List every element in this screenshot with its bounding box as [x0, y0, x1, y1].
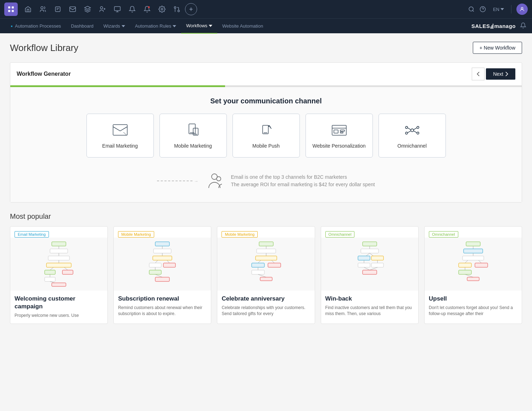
svg-rect-79 [371, 256, 383, 260]
svg-point-28 [405, 132, 408, 134]
svg-rect-21 [332, 125, 346, 135]
nav-automation-rules[interactable]: Automation Rules [130, 19, 181, 34]
svg-rect-3 [12, 10, 14, 12]
nav-settings-icon[interactable] [155, 2, 169, 16]
svg-rect-99 [467, 277, 479, 281]
svg-rect-59 [155, 277, 169, 281]
nav-dashboard[interactable]: Dashboard [66, 19, 99, 34]
svg-rect-1 [12, 6, 14, 8]
nav-monitor-icon[interactable] [111, 2, 124, 16]
svg-rect-5 [55, 7, 60, 11]
nav-badge-icon[interactable] [51, 2, 65, 16]
nav-git-icon[interactable] [170, 2, 184, 16]
channel-card-omnichannel[interactable]: Omnichannel [379, 114, 446, 158]
svg-line-66 [271, 260, 274, 263]
most-popular-title: Most popular [10, 212, 522, 221]
svg-point-27 [417, 126, 419, 129]
person-figure [205, 171, 224, 191]
svg-line-77 [370, 253, 373, 256]
svg-point-12 [174, 7, 176, 8]
new-workflow-button[interactable]: + New Workflow [473, 42, 522, 54]
svg-rect-57 [149, 270, 161, 274]
svg-point-4 [41, 7, 43, 9]
card-preview-welcoming [10, 238, 107, 291]
nav-mail-icon[interactable] [66, 2, 79, 16]
nav-users-icon[interactable] [36, 2, 50, 16]
svg-line-65 [258, 260, 261, 263]
workflow-card-winback[interactable]: Omnichannel [321, 226, 419, 324]
most-popular-section: Most popular Email Marketing [10, 212, 522, 324]
svg-rect-83 [371, 263, 383, 267]
nav-home-icon[interactable] [21, 2, 35, 16]
nav-user-plus-icon[interactable] [96, 2, 109, 16]
svg-line-71 [258, 274, 266, 277]
svg-point-10 [161, 8, 163, 10]
card-desc-welcoming: Properly welcome new users. Use [10, 313, 107, 324]
svg-rect-75 [361, 249, 379, 253]
svg-rect-47 [155, 242, 169, 246]
svg-rect-89 [464, 249, 483, 253]
svg-rect-87 [466, 242, 480, 246]
nav-bell-icon[interactable] [125, 2, 139, 16]
svg-line-92 [465, 260, 468, 263]
workflow-next-button[interactable]: Next [486, 68, 515, 80]
svg-rect-44 [45, 277, 55, 281]
svg-rect-73 [363, 242, 377, 246]
nav-layers-icon[interactable] [81, 2, 94, 16]
svg-point-25 [411, 129, 414, 132]
nav-wizards[interactable]: Wizards [99, 19, 130, 34]
svg-rect-62 [257, 249, 276, 253]
card-title-upsell: Upsell [425, 291, 522, 305]
language-selector[interactable]: EN [493, 7, 504, 12]
svg-rect-24 [340, 132, 343, 133]
search-button[interactable] [468, 6, 475, 12]
nav-website-automation[interactable]: Website Automation [217, 19, 268, 34]
workflow-prev-button[interactable] [472, 68, 485, 80]
workflow-card-anniversary[interactable]: Mobile Marketing [217, 226, 315, 324]
omnichannel-icon [404, 122, 420, 138]
card-title-winback: Win-back [321, 291, 418, 305]
svg-line-52 [155, 260, 158, 263]
svg-point-29 [417, 132, 419, 134]
svg-point-11 [178, 10, 180, 12]
website-personalization-icon [331, 122, 347, 138]
svg-rect-38 [46, 263, 71, 267]
svg-rect-32 [52, 242, 66, 246]
apps-button[interactable] [4, 2, 18, 16]
svg-rect-70 [252, 270, 264, 274]
progress-bar [10, 85, 522, 87]
dashed-arrow: → [157, 178, 198, 184]
workflow-card-welcoming[interactable]: Email Marketing [10, 226, 108, 324]
card-tag-mobile-marketing-2: Mobile Marketing [222, 231, 258, 238]
nav-workflows[interactable]: Workflows [181, 19, 217, 34]
svg-rect-94 [459, 263, 471, 267]
svg-rect-2 [8, 10, 10, 12]
nav-bell-active-icon[interactable] [140, 2, 154, 16]
card-preview-anniversary [217, 238, 314, 291]
notifications-bell-icon[interactable] [520, 22, 526, 30]
workflow-card-upsell[interactable]: Omnichannel [424, 226, 522, 324]
progress-bar-fill [10, 85, 225, 87]
svg-line-53 [167, 260, 169, 263]
help-button[interactable] [480, 6, 486, 12]
card-tag-email-marketing: Email Marketing [15, 231, 49, 238]
channel-info: → Email is one of the top 3 channels for… [17, 167, 515, 192]
channel-card-push[interactable]: Mobile Push [233, 114, 300, 158]
user-avatar[interactable] [516, 4, 528, 15]
svg-rect-91 [463, 256, 484, 260]
card-preview-winback [321, 238, 418, 291]
workflow-card-subscription[interactable]: Mobile Marketing [113, 226, 211, 324]
channel-card-email[interactable]: Email Marketing [86, 114, 154, 158]
nav-plus-icon[interactable] [185, 3, 197, 15]
svg-rect-42 [62, 270, 73, 274]
svg-rect-41 [45, 270, 55, 274]
card-title-welcoming: Welcoming customer campaign [10, 291, 107, 313]
channel-card-website[interactable]: Website Personalization [306, 114, 373, 158]
email-marketing-icon [112, 122, 128, 138]
svg-line-58 [155, 274, 162, 277]
nav-automation-processes[interactable]: ● Automation Processes [6, 19, 66, 34]
channel-card-mobile[interactable]: Mobile Marketing [159, 114, 227, 158]
channel-info-text: Email is one of the top 3 channels for B… [231, 173, 375, 188]
card-desc-anniversary: Celebrate relationships with your custom… [217, 305, 314, 322]
workflow-cards-grid: Email Marketing [10, 226, 522, 324]
